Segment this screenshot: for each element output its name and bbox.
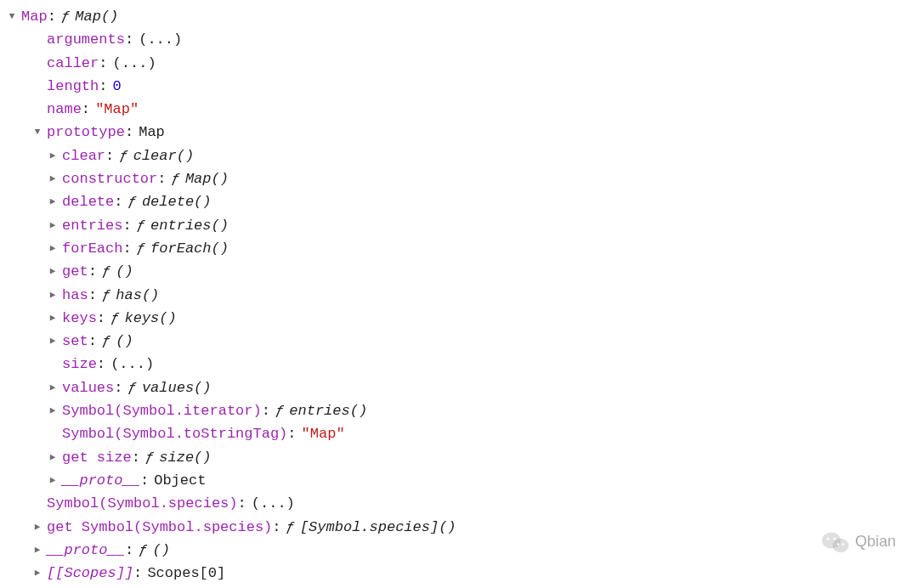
- ellipsis-value[interactable]: (...): [110, 353, 154, 376]
- number-value: 0: [113, 75, 122, 98]
- tree-row[interactable]: ▶set:ƒ(): [7, 330, 911, 353]
- object-tree: ▼Map:ƒMap()▶arguments:(...)▶caller:(...)…: [7, 5, 911, 585]
- property-value-function: ƒkeys(): [110, 307, 177, 330]
- colon: :: [88, 330, 97, 353]
- function-f-glyph: ƒ: [102, 263, 110, 280]
- tree-row[interactable]: ▼prototype:Map: [7, 121, 911, 144]
- chevron-right-icon[interactable]: ▶: [48, 190, 58, 213]
- object-value: Object: [154, 469, 206, 492]
- property-key: Symbol(Symbol.species): [47, 492, 237, 515]
- property-key: constructor: [62, 167, 157, 190]
- function-name: values(): [142, 380, 212, 396]
- function-f-glyph: ƒ: [145, 449, 154, 466]
- chevron-right-icon[interactable]: ▶: [32, 539, 42, 562]
- tree-row[interactable]: ▶__proto__:ƒ(): [7, 539, 911, 562]
- tree-row[interactable]: ▶name:"Map": [7, 98, 911, 121]
- tree-row[interactable]: ▶get:ƒ(): [7, 260, 911, 283]
- property-value-function: ƒvalues(): [128, 376, 212, 399]
- chevron-right-icon[interactable]: ▶: [48, 144, 58, 167]
- property-key: name: [47, 98, 82, 121]
- property-value-function: ƒ[Symbol.species](): [286, 516, 456, 539]
- tree-row[interactable]: ▶__proto__:Object: [7, 469, 911, 492]
- function-name: (): [116, 333, 133, 349]
- function-f-glyph: ƒ: [110, 310, 119, 326]
- chevron-down-icon[interactable]: ▼: [32, 121, 42, 144]
- function-name: Map(): [185, 171, 229, 187]
- chevron-right-icon[interactable]: ▶: [48, 167, 58, 190]
- colon: :: [97, 307, 105, 330]
- colon: :: [132, 446, 140, 469]
- tree-row[interactable]: ▶caller:(...): [7, 52, 911, 75]
- property-key: [[Scopes]]: [47, 562, 133, 585]
- tree-row[interactable]: ▶entries:ƒentries(): [7, 214, 911, 237]
- chevron-down-icon[interactable]: ▼: [7, 5, 17, 28]
- chevron-right-icon[interactable]: ▶: [32, 516, 42, 539]
- property-key: keys: [62, 307, 97, 330]
- colon: :: [237, 492, 246, 515]
- colon: :: [140, 469, 149, 492]
- chevron-right-icon[interactable]: ▶: [48, 469, 58, 492]
- colon: :: [105, 144, 114, 167]
- chevron-right-icon[interactable]: ▶: [48, 376, 58, 399]
- property-value-function: ƒentries(): [137, 214, 229, 237]
- property-key: Symbol(Symbol.iterator): [62, 399, 262, 422]
- tree-row[interactable]: ▶constructor:ƒMap(): [7, 167, 911, 190]
- chevron-right-icon[interactable]: ▶: [48, 237, 58, 260]
- function-f-glyph: ƒ: [275, 403, 284, 419]
- function-name: delete(): [142, 194, 212, 210]
- chevron-right-icon[interactable]: ▶: [48, 399, 58, 422]
- tree-row[interactable]: ▶keys:ƒkeys(): [7, 307, 911, 330]
- tree-row[interactable]: ▶get size:ƒsize(): [7, 446, 911, 469]
- property-key: prototype: [47, 121, 125, 144]
- function-f-glyph: ƒ: [286, 519, 295, 535]
- function-name: (): [116, 263, 133, 280]
- tree-row[interactable]: ▶length:0: [7, 75, 911, 98]
- function-name: size(): [159, 449, 211, 466]
- chevron-right-icon[interactable]: ▶: [48, 284, 58, 307]
- chevron-right-icon[interactable]: ▶: [32, 562, 42, 585]
- property-key: __proto__: [47, 539, 125, 562]
- tree-row[interactable]: ▶[[Scopes]]:Scopes[0]: [7, 562, 911, 585]
- ellipsis-value[interactable]: (...): [252, 492, 295, 515]
- colon: :: [287, 422, 296, 445]
- tree-row[interactable]: ▶Symbol(Symbol.toStringTag):"Map": [7, 422, 911, 445]
- colon: :: [82, 98, 90, 121]
- tree-row[interactable]: ▶size:(...): [7, 353, 911, 376]
- colon: :: [114, 190, 122, 213]
- colon: :: [122, 214, 131, 237]
- property-key: size: [62, 353, 97, 376]
- colon: :: [48, 5, 56, 28]
- chevron-right-icon[interactable]: ▶: [48, 446, 58, 469]
- property-value-function: ƒentries(): [275, 399, 367, 422]
- function-name: entries(): [289, 403, 367, 419]
- colon: :: [122, 237, 131, 260]
- tree-row[interactable]: ▶has:ƒhas(): [7, 284, 911, 307]
- property-key: get size: [62, 446, 132, 469]
- chevron-right-icon[interactable]: ▶: [48, 307, 58, 330]
- property-key: get Symbol(Symbol.species): [47, 516, 272, 539]
- tree-row[interactable]: ▶values:ƒvalues(): [7, 376, 911, 399]
- colon: :: [88, 284, 97, 307]
- tree-row[interactable]: ▶Symbol(Symbol.iterator):ƒentries(): [7, 399, 911, 422]
- tree-row[interactable]: ▶Symbol(Symbol.species):(...): [7, 492, 911, 515]
- tree-row[interactable]: ▶arguments:(...): [7, 28, 911, 51]
- chevron-right-icon[interactable]: ▶: [48, 330, 58, 353]
- chevron-right-icon[interactable]: ▶: [48, 214, 58, 237]
- colon: :: [97, 353, 105, 376]
- colon: :: [114, 376, 122, 399]
- function-f-glyph: ƒ: [61, 8, 70, 25]
- tree-row[interactable]: ▶forEach:ƒforEach(): [7, 237, 911, 260]
- tree-row[interactable]: ▼Map:ƒMap(): [7, 5, 911, 28]
- function-name: [Symbol.species](): [300, 519, 456, 535]
- ellipsis-value[interactable]: (...): [113, 52, 156, 75]
- ellipsis-value[interactable]: (...): [139, 28, 182, 51]
- function-f-glyph: ƒ: [137, 240, 145, 257]
- property-key: set: [62, 330, 88, 353]
- tree-row[interactable]: ▶delete:ƒdelete(): [7, 190, 911, 213]
- chevron-right-icon[interactable]: ▶: [48, 260, 58, 283]
- object-value: Scopes[0]: [147, 562, 225, 585]
- tree-row[interactable]: ▶get Symbol(Symbol.species):ƒ[Symbol.spe…: [7, 516, 911, 539]
- tree-row[interactable]: ▶clear:ƒclear(): [7, 144, 911, 167]
- function-f-glyph: ƒ: [119, 148, 128, 164]
- function-f-glyph: ƒ: [137, 218, 145, 234]
